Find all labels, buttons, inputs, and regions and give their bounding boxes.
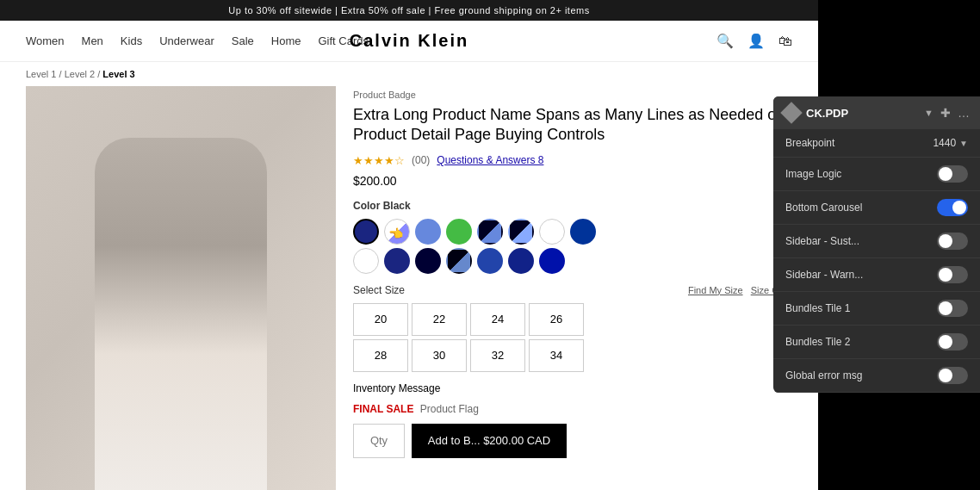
toggle-knob-4 xyxy=(939,268,952,282)
sidebar-sust-label: Sidebar - Sust... xyxy=(785,235,937,247)
product-flag: Product Flag xyxy=(420,403,479,415)
color-swatch-light-blue[interactable] xyxy=(415,219,441,245)
add-to-cart-row: Add to B... $200.00 CAD xyxy=(353,424,792,458)
feature-panel: CK.PDP ▼ ✚ … Breakpoint 1440 ▼ Image Log… xyxy=(773,96,980,393)
image-logic-toggle[interactable] xyxy=(937,165,968,183)
sidebar-warn-toggle[interactable] xyxy=(937,266,968,283)
panel-title: CK.PDP xyxy=(806,107,917,120)
color-swatch-white-blue[interactable]: 👈 xyxy=(384,219,410,245)
product-title: Extra Long Product Name Spans as Many Li… xyxy=(353,105,792,146)
brand-logo: Calvin Klein xyxy=(350,31,468,51)
breadcrumb: Level 1 / Level 2 / Level 3 xyxy=(0,62,818,86)
review-count: (00) xyxy=(412,154,430,166)
size-22[interactable]: 22 xyxy=(412,303,467,336)
sidebar-sust-toggle[interactable] xyxy=(937,233,968,250)
size-32[interactable]: 32 xyxy=(470,339,525,372)
product-price: $200.00 xyxy=(353,174,792,188)
breadcrumb-l2[interactable]: Level 2 xyxy=(65,69,95,79)
color-section: Color Black 👈 xyxy=(353,200,792,274)
promo-banner: Up to 30% off sitewide | Extra 50% off s… xyxy=(0,0,818,21)
nav-icons: 🔍 👤 🛍 xyxy=(716,33,792,49)
bundles-tile-1-label: Bundles Tile 1 xyxy=(785,302,937,314)
nav-women[interactable]: Women xyxy=(26,34,65,47)
breadcrumb-l3: Level 3 xyxy=(102,69,134,79)
size-grid: 20 22 24 26 28 30 32 34 xyxy=(353,303,792,372)
bundles-tile-2-label: Bundles Tile 2 xyxy=(785,336,937,348)
color-swatches-row1: 👈 xyxy=(353,219,792,245)
inventory-message: Inventory Message xyxy=(353,382,792,394)
nav-men[interactable]: Men xyxy=(82,34,103,47)
image-logic-label: Image Logic xyxy=(785,168,937,180)
account-icon[interactable]: 👤 xyxy=(747,33,765,49)
nav-kids[interactable]: Kids xyxy=(121,34,142,47)
size-28[interactable]: 28 xyxy=(353,339,408,372)
panel-row-sidebar-sust: Sidebar - Sust... xyxy=(773,225,980,258)
cart-icon[interactable]: 🛍 xyxy=(778,34,792,49)
toggle-knob-5 xyxy=(939,301,952,315)
toggle-knob-2 xyxy=(952,201,966,214)
panel-move-icon[interactable]: ✚ xyxy=(940,106,951,120)
panel-row-bundles-tile-1: Bundles Tile 1 xyxy=(773,292,980,326)
color-swatch-med-blue[interactable] xyxy=(477,248,503,274)
nav-home[interactable]: Home xyxy=(271,34,301,47)
main-nav: Women Men Kids Underwear Sale Home Gift … xyxy=(0,21,818,62)
product-badge: Product Badge xyxy=(353,90,792,100)
color-swatch-half-row2[interactable] xyxy=(446,248,472,274)
panel-row-bottom-carousel: Bottom Carousel xyxy=(773,191,980,225)
global-error-label: Global error msg xyxy=(785,369,937,381)
panel-row-global-error: Global error msg xyxy=(773,359,980,393)
add-to-cart-button[interactable]: Add to B... $200.00 CAD xyxy=(412,424,567,458)
breakpoint-row: Breakpoint 1440 ▼ xyxy=(773,129,980,158)
qty-input[interactable] xyxy=(353,424,405,458)
color-swatch-blue-dark[interactable] xyxy=(353,219,379,245)
bottom-carousel-label: Bottom Carousel xyxy=(785,202,937,214)
size-34[interactable]: 34 xyxy=(529,339,584,372)
product-rating: ★★★★☆ (00) Questions & Answers 8 xyxy=(353,154,792,167)
find-my-size-link[interactable]: Find My Size xyxy=(688,285,743,295)
color-swatch-half-blue2[interactable] xyxy=(508,219,534,245)
size-26[interactable]: 26 xyxy=(529,303,584,336)
color-swatch-blue-row2[interactable] xyxy=(384,248,410,274)
color-swatch-navy-row2[interactable] xyxy=(415,248,441,274)
color-swatch-dark-blue2[interactable] xyxy=(570,219,596,245)
panel-chevron-down-icon[interactable]: ▼ xyxy=(924,108,933,118)
cursor-icon: 👈 xyxy=(388,226,403,240)
bundles-tile-2-toggle[interactable] xyxy=(937,333,968,350)
nav-sale[interactable]: Sale xyxy=(232,34,254,47)
color-swatch-white-row2[interactable] xyxy=(353,248,379,274)
panel-row-sidebar-warn: Sidebar - Warn... xyxy=(773,258,980,292)
size-30[interactable]: 30 xyxy=(412,339,467,372)
breakpoint-chevron-icon[interactable]: ▼ xyxy=(959,139,968,148)
panel-row-image-logic: Image Logic xyxy=(773,158,980,191)
color-swatch-dk-blue-row2[interactable] xyxy=(539,248,565,274)
size-header: Select Size Find My Size Size Gu... xyxy=(353,284,792,296)
color-swatch-white[interactable] xyxy=(539,219,565,245)
global-error-toggle[interactable] xyxy=(937,367,968,384)
panel-logo-diamond xyxy=(780,102,802,123)
store-area: Up to 30% off sitewide | Extra 50% off s… xyxy=(0,0,818,490)
sidebar-warn-label: Sidebar - Warn... xyxy=(785,269,937,281)
final-sale-badge: FINAL SALE xyxy=(353,403,413,415)
bundles-tile-1-toggle[interactable] xyxy=(937,300,968,317)
size-20[interactable]: 20 xyxy=(353,303,408,336)
final-sale-row: FINAL SALE Product Flag xyxy=(353,403,792,415)
color-swatch-half-dark[interactable] xyxy=(477,219,503,245)
color-swatch-green[interactable] xyxy=(446,219,472,245)
toggle-knob xyxy=(939,167,952,181)
breakpoint-label: Breakpoint xyxy=(785,137,933,149)
inventory-label: Inventory Message xyxy=(353,382,440,394)
toggle-knob-7 xyxy=(939,369,952,382)
size-24[interactable]: 24 xyxy=(470,303,525,336)
color-swatch-dark-row2[interactable] xyxy=(508,248,534,274)
panel-header: CK.PDP ▼ ✚ … xyxy=(773,96,980,129)
product-details: Product Badge Extra Long Product Name Sp… xyxy=(353,86,792,490)
nav-underwear[interactable]: Underwear xyxy=(159,34,214,47)
search-icon[interactable]: 🔍 xyxy=(716,33,734,49)
breadcrumb-l1[interactable]: Level 1 xyxy=(26,69,56,79)
color-swatches-row2 xyxy=(353,248,792,274)
qa-link[interactable]: Questions & Answers 8 xyxy=(437,154,543,166)
panel-more-icon[interactable]: … xyxy=(958,106,970,120)
product-figure xyxy=(95,138,267,490)
breakpoint-value: 1440 xyxy=(933,137,956,149)
bottom-carousel-toggle[interactable] xyxy=(937,199,968,216)
